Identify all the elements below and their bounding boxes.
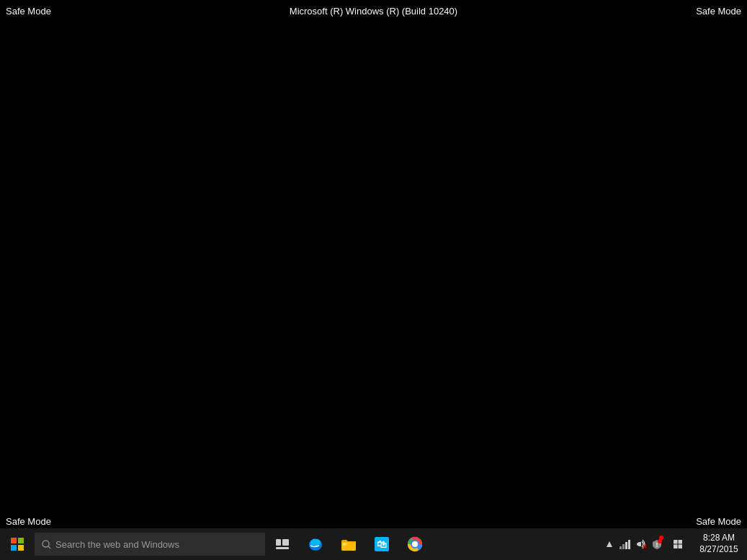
chrome-icon-button[interactable] [399,528,431,560]
svg-rect-14 [619,546,622,549]
svg-point-0 [43,541,49,547]
action-center-icon [673,539,683,549]
search-placeholder-text: Search the web and Windows [55,539,179,550]
svg-rect-17 [628,540,630,549]
svg-rect-26 [679,545,683,549]
chevron-up-icon [607,541,612,548]
taskbar-pinned-icons: 🛍 [300,528,431,560]
svg-rect-24 [679,540,683,544]
system-tray: ! 8:28 AM 8/27/2015 [599,528,744,560]
search-icon [42,540,51,549]
svg-rect-4 [276,547,289,549]
volume-icon-button[interactable] [633,528,649,560]
chrome-icon [407,536,423,552]
tray-expand-button[interactable] [601,528,617,560]
safe-mode-bottom-right: Safe Mode [696,516,741,527]
network-icon-button[interactable] [617,528,633,560]
svg-text:🛍: 🛍 [377,538,387,550]
svg-rect-16 [625,542,627,549]
safe-mode-top-right: Safe Mode [696,6,741,17]
svg-rect-25 [674,545,678,549]
file-explorer-icon-button[interactable] [333,528,364,560]
volume-icon [635,539,647,549]
system-clock[interactable]: 8:28 AM 8/27/2015 [694,528,744,560]
svg-marker-18 [637,542,641,546]
taskbar: Search the web and Windows [0,528,747,560]
start-button[interactable] [3,528,32,560]
store-icon: 🛍 [374,536,390,552]
svg-point-12 [412,541,418,547]
svg-rect-15 [622,544,625,549]
store-icon-button[interactable]: 🛍 [366,528,398,560]
svg-rect-6 [341,541,356,551]
safe-mode-bottom-left: Safe Mode [6,516,51,527]
edge-icon-button[interactable] [300,528,331,560]
svg-rect-2 [276,539,281,546]
network-icon [619,539,631,549]
svg-marker-13 [607,541,612,547]
windows-logo-icon [11,538,24,551]
safe-mode-top-left: Safe Mode [6,6,51,17]
windows-build-title: Microsoft (R) Windows (R) (Build 10240) [290,6,457,17]
file-explorer-icon [341,536,357,552]
svg-rect-7 [343,543,346,546]
edge-icon [308,536,323,552]
svg-point-22 [658,539,662,543]
tray-icons-area: ! [599,528,694,560]
clock-time: 8:28 AM [703,533,735,544]
security-icon: ! [652,539,662,549]
task-view-icon [276,539,289,549]
svg-text:!: ! [656,541,658,548]
clock-date: 8/27/2015 [699,544,738,556]
security-icon-button[interactable]: ! [649,528,665,560]
svg-rect-23 [674,540,678,544]
svg-rect-3 [282,539,289,546]
action-center-button[interactable] [665,528,691,560]
svg-line-1 [48,546,50,548]
task-view-button[interactable] [268,528,297,560]
search-box[interactable]: Search the web and Windows [35,533,265,556]
